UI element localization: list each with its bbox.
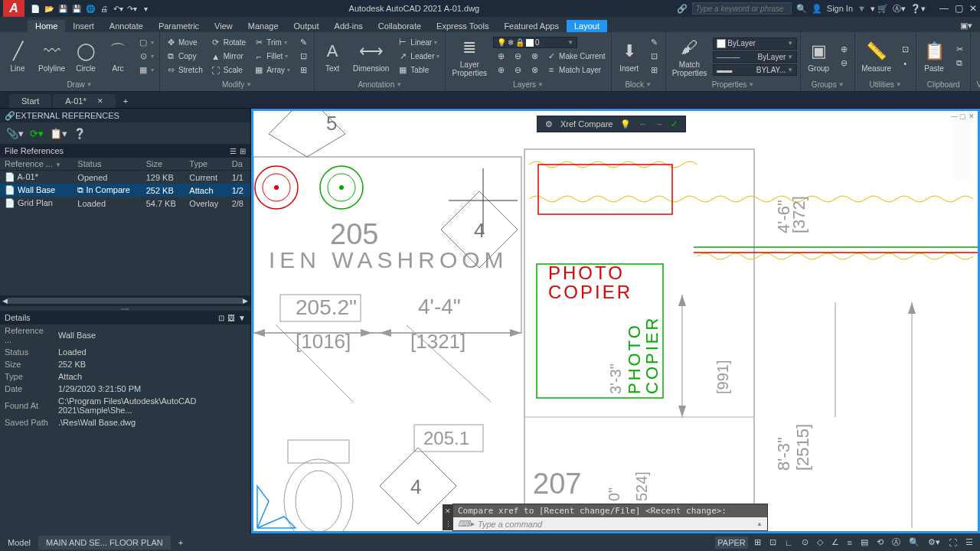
tab-home[interactable]: Home <box>28 20 65 32</box>
osnap-icon[interactable]: ◇ <box>815 536 825 549</box>
grid-icon[interactable]: ⊞ <box>752 536 763 549</box>
transparency-icon[interactable]: ▤ <box>858 536 871 549</box>
app-logo[interactable]: A <box>3 0 24 17</box>
draw-tool-3[interactable]: ▦▾ <box>136 64 156 77</box>
xref-row[interactable]: 📄 Grid PlanLoaded54.7 KBOverlay2/8 <box>0 197 250 210</box>
layout-tab[interactable]: MAIN AND SE... FLOOR PLAN <box>38 536 171 549</box>
paste-button[interactable]: 📋Paste <box>920 38 949 74</box>
cut-button[interactable]: ✂ <box>952 44 967 56</box>
add-tab-button[interactable]: + <box>117 94 134 108</box>
layer-tool-1[interactable]: ⊕ <box>493 50 508 62</box>
xref-row-selected[interactable]: 📄 Wall Base⧉ In Compare252 KBAttach1/2 <box>0 184 250 197</box>
arc-button[interactable]: ⌒Arc <box>103 38 132 74</box>
preview-icon[interactable]: 🖼 <box>227 314 235 322</box>
linear-button[interactable]: ⊢Linear▾ <box>395 37 442 49</box>
maximize-icon[interactable]: ▢ <box>955 3 963 14</box>
search-input[interactable] <box>692 2 792 15</box>
stretch-button[interactable]: ⬄Stretch <box>163 64 205 77</box>
match-layer-button[interactable]: ≡Match Layer <box>544 64 603 76</box>
otrack-icon[interactable]: ∠ <box>829 536 841 549</box>
layer-selector[interactable]: 💡❄🔒0▼ <box>493 37 577 48</box>
polar-icon[interactable]: ⊙ <box>799 536 811 549</box>
block-tool-2[interactable]: ⊡ <box>647 51 662 63</box>
view-cube[interactable] <box>953 119 972 180</box>
scale-icon[interactable]: 🔍 <box>906 536 922 549</box>
minimize-icon[interactable]: — <box>939 3 949 14</box>
fillet-button[interactable]: ⌐Fillet▾ <box>251 51 292 63</box>
details-view-icon[interactable]: ⊡ <box>218 314 224 322</box>
cart-icon[interactable]: ▾ 🛒 <box>871 4 888 14</box>
modify-tool-2[interactable]: ⊡ <box>296 51 311 63</box>
qat-web-icon[interactable]: 🌐 <box>84 2 96 15</box>
copy-clip-button[interactable]: ⧉ <box>952 57 967 70</box>
make-current-button[interactable]: ✓Make Current <box>544 50 608 62</box>
col-type[interactable]: Type <box>185 158 227 171</box>
scale-button[interactable]: ⛶Scale <box>208 64 248 77</box>
add-layout-button[interactable]: + <box>171 536 191 549</box>
layer-tool-5[interactable]: ⊖ <box>510 64 525 76</box>
command-input[interactable]: ⌨▸Type a command▲ <box>453 517 767 530</box>
group-tool-1[interactable]: ⊕ <box>836 44 851 56</box>
tab-view[interactable]: View <box>207 20 240 32</box>
share-icon[interactable]: 🔗 <box>677 4 688 14</box>
tab-insert[interactable]: Insert <box>65 20 102 32</box>
cmd-handle-icon[interactable]: ⋮ <box>445 520 452 528</box>
tab-manage[interactable]: Manage <box>240 20 286 32</box>
paper-toggle[interactable]: PAPER <box>715 536 747 549</box>
table-button[interactable]: ▦Table <box>395 64 442 77</box>
cycling-icon[interactable]: ⟲ <box>874 536 886 549</box>
modify-tool-1[interactable]: ✎ <box>296 37 311 49</box>
scroll-thumb[interactable] <box>8 298 243 304</box>
col-size[interactable]: Size <box>142 158 185 171</box>
modify-tool-3[interactable]: ⊞ <box>296 64 311 77</box>
accept-icon[interactable]: ✓ <box>671 119 678 129</box>
draw-tool-2[interactable]: ⊙▾ <box>136 51 156 63</box>
group-button[interactable]: ▣Group <box>804 38 833 74</box>
layer-tool-4[interactable]: ⊕ <box>493 64 508 76</box>
line-button[interactable]: ╱Line <box>3 38 32 74</box>
tree-view-icon[interactable]: ⊞ <box>240 147 246 155</box>
file-tab-a01[interactable]: A-01*✕ <box>53 94 116 108</box>
qat-save-icon[interactable]: 💾 <box>57 2 69 15</box>
next-change-icon[interactable]: → <box>655 119 663 129</box>
palette-help-icon[interactable]: ❔ <box>74 128 86 139</box>
palette-scrollbar[interactable]: ◀ ▶ <box>0 295 250 306</box>
rotate-button[interactable]: ⟳Rotate <box>208 37 248 49</box>
dimension-button[interactable]: ⟷Dimension <box>350 38 392 74</box>
circle-button[interactable]: ◯Circle <box>71 38 100 74</box>
drawing-canvas[interactable]: — ▢ ✕ 205 IEN W <box>251 109 980 533</box>
help-icon[interactable]: ❔▾ <box>910 4 926 14</box>
lineweight-selector[interactable]: ▬▬BYLAY...▼ <box>713 64 797 76</box>
util-tool-2[interactable]: • <box>897 57 913 70</box>
workspace-icon[interactable]: ⚙▾ <box>926 536 942 549</box>
qat-undo-icon[interactable]: ↶▾ <box>112 2 124 15</box>
draw-tool-1[interactable]: ▢▾ <box>136 37 156 49</box>
scroll-right-icon[interactable]: ▶ <box>243 297 248 305</box>
text-button[interactable]: AText <box>318 38 347 74</box>
qat-more-icon[interactable]: ▾ <box>139 2 152 15</box>
xref-row[interactable]: 📄 A-01*Opened129 KBCurrent1/1 <box>0 171 250 184</box>
refresh-button[interactable]: ⟳▾ <box>30 128 44 139</box>
list-view-icon[interactable]: ☰ <box>230 147 237 155</box>
linetype-selector[interactable]: ———ByLayer▼ <box>713 51 797 63</box>
match-properties-button[interactable]: 🖌Match Properties <box>669 34 710 79</box>
layer-tool-3[interactable]: ⊗ <box>527 50 542 62</box>
lweight-icon[interactable]: ≡ <box>845 536 854 549</box>
settings-icon[interactable]: ⚙ <box>545 119 553 129</box>
model-tab[interactable]: Model <box>0 536 38 549</box>
fullscreen-icon[interactable]: ⛶ <box>946 536 959 549</box>
attach-dropdown[interactable]: 📎▾ <box>6 128 24 139</box>
customize-icon[interactable]: ☰ <box>963 536 975 549</box>
leader-button[interactable]: ↗Leader▾ <box>395 51 442 63</box>
mirror-button[interactable]: ▲Mirror <box>208 51 248 63</box>
tab-parametric[interactable]: Parametric <box>151 20 207 32</box>
prev-change-icon[interactable]: ← <box>639 119 647 129</box>
copy-button[interactable]: ⧉Copy <box>163 51 205 63</box>
bulb-icon[interactable]: 💡 <box>620 119 631 129</box>
ortho-icon[interactable]: ∟ <box>782 536 795 549</box>
block-tool-3[interactable]: ⊞ <box>647 64 662 77</box>
col-reference[interactable]: Reference ... ▼ <box>0 158 73 171</box>
search-icon[interactable]: 🔍 <box>796 4 807 14</box>
array-button[interactable]: ▦Array▾ <box>251 64 292 77</box>
tab-featured[interactable]: Featured Apps <box>496 20 567 32</box>
